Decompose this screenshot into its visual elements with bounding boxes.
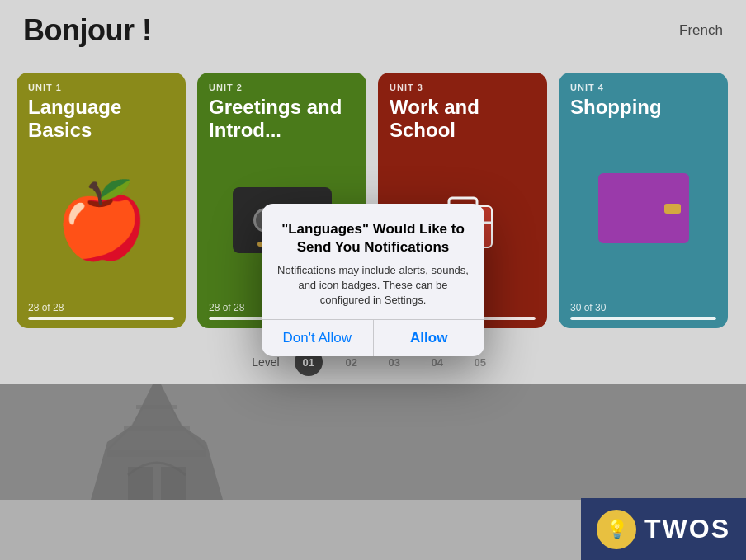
dont-allow-button[interactable]: Don't Allow [262, 320, 374, 356]
dialog-buttons: Don't Allow Allow [262, 320, 484, 356]
dialog-backdrop: "Languages" Would Like to Send You Notif… [0, 0, 746, 560]
dialog-title: "Languages" Would Like to Send You Notif… [275, 220, 471, 256]
allow-button[interactable]: Allow [374, 320, 485, 356]
dialog-content: "Languages" Would Like to Send You Notif… [262, 204, 484, 320]
notification-dialog: "Languages" Would Like to Send You Notif… [262, 204, 484, 357]
dialog-message: Notifications may include alerts, sounds… [275, 263, 471, 308]
